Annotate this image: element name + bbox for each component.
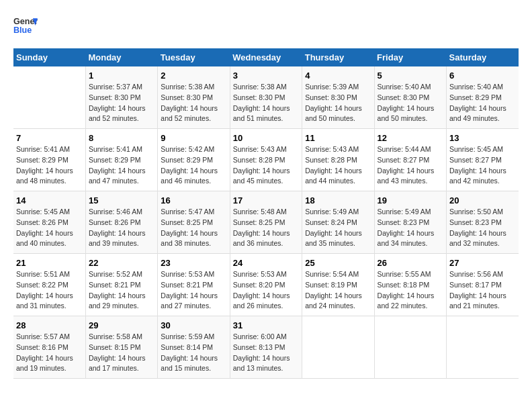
calendar-body: 1Sunrise: 5:37 AMSunset: 8:30 PMDaylight… xyxy=(13,66,519,379)
day-info: Sunrise: 5:58 AMSunset: 8:15 PMDaylight:… xyxy=(89,332,154,374)
day-info: Sunrise: 5:54 AMSunset: 8:19 PMDaylight:… xyxy=(305,269,371,312)
day-number: 6 xyxy=(449,71,516,81)
day-info: Sunrise: 5:55 AMSunset: 8:18 PMDaylight:… xyxy=(378,269,443,312)
calendar-cell: 30Sunrise: 5:59 AMSunset: 8:14 PMDayligh… xyxy=(158,316,230,379)
day-info: Sunrise: 5:39 AMSunset: 8:30 PMDaylight:… xyxy=(305,82,371,124)
day-number: 23 xyxy=(161,258,226,268)
day-number: 9 xyxy=(161,133,226,143)
svg-text:Blue: Blue xyxy=(13,26,32,35)
day-number: 25 xyxy=(305,258,371,268)
calendar-cell: 21Sunrise: 5:51 AMSunset: 8:22 PMDayligh… xyxy=(13,254,85,316)
calendar-cell: 7Sunrise: 5:41 AMSunset: 8:29 PMDaylight… xyxy=(13,129,85,191)
day-info: Sunrise: 6:00 AMSunset: 8:13 PMDaylight:… xyxy=(233,332,299,374)
day-info: Sunrise: 5:37 AMSunset: 8:30 PMDaylight:… xyxy=(89,82,154,124)
day-info: Sunrise: 5:49 AMSunset: 8:24 PMDaylight:… xyxy=(305,207,371,249)
calendar-cell xyxy=(302,316,374,379)
header-day: Wednesday xyxy=(230,48,302,66)
day-number: 14 xyxy=(16,195,83,205)
calendar-cell: 11Sunrise: 5:43 AMSunset: 8:28 PMDayligh… xyxy=(302,129,374,191)
calendar-cell: 9Sunrise: 5:42 AMSunset: 8:29 PMDaylight… xyxy=(158,129,230,191)
day-info: Sunrise: 5:42 AMSunset: 8:29 PMDaylight:… xyxy=(161,144,226,187)
header-day: Friday xyxy=(374,48,446,66)
calendar-cell xyxy=(374,316,446,379)
day-info: Sunrise: 5:43 AMSunset: 8:28 PMDaylight:… xyxy=(305,144,371,187)
day-number: 7 xyxy=(16,133,83,143)
day-number: 17 xyxy=(233,195,299,205)
calendar-cell: 4Sunrise: 5:39 AMSunset: 8:30 PMDaylight… xyxy=(302,66,374,129)
header-day: Saturday xyxy=(447,48,519,66)
calendar-cell: 26Sunrise: 5:55 AMSunset: 8:18 PMDayligh… xyxy=(374,254,446,316)
calendar-cell: 5Sunrise: 5:40 AMSunset: 8:30 PMDaylight… xyxy=(374,66,446,129)
day-info: Sunrise: 5:41 AMSunset: 8:29 PMDaylight:… xyxy=(89,144,154,187)
header-day: Monday xyxy=(85,48,157,66)
day-info: Sunrise: 5:40 AMSunset: 8:30 PMDaylight:… xyxy=(378,82,443,124)
day-info: Sunrise: 5:49 AMSunset: 8:23 PMDaylight:… xyxy=(378,207,443,249)
calendar-cell: 28Sunrise: 5:57 AMSunset: 8:16 PMDayligh… xyxy=(13,316,85,379)
day-info: Sunrise: 5:57 AMSunset: 8:16 PMDaylight:… xyxy=(16,332,83,374)
day-number: 19 xyxy=(378,195,443,205)
day-info: Sunrise: 5:50 AMSunset: 8:23 PMDaylight:… xyxy=(449,207,516,249)
day-number: 26 xyxy=(378,258,443,268)
day-info: Sunrise: 5:59 AMSunset: 8:14 PMDaylight:… xyxy=(161,332,226,374)
calendar-cell: 31Sunrise: 6:00 AMSunset: 8:13 PMDayligh… xyxy=(230,316,302,379)
calendar-cell: 25Sunrise: 5:54 AMSunset: 8:19 PMDayligh… xyxy=(302,254,374,316)
calendar-cell: 8Sunrise: 5:41 AMSunset: 8:29 PMDaylight… xyxy=(85,129,157,191)
day-info: Sunrise: 5:51 AMSunset: 8:22 PMDaylight:… xyxy=(16,269,83,312)
logo: General Blue xyxy=(13,13,38,38)
day-number: 4 xyxy=(305,71,371,81)
calendar-cell: 18Sunrise: 5:49 AMSunset: 8:24 PMDayligh… xyxy=(302,191,374,254)
day-number: 1 xyxy=(89,71,154,81)
day-number: 20 xyxy=(449,195,516,205)
day-number: 3 xyxy=(233,71,299,81)
calendar-cell: 6Sunrise: 5:40 AMSunset: 8:29 PMDaylight… xyxy=(447,66,519,129)
day-number: 21 xyxy=(16,258,83,268)
calendar-cell xyxy=(447,316,519,379)
header-day: Thursday xyxy=(302,48,374,66)
day-number: 8 xyxy=(89,133,154,143)
calendar-cell: 23Sunrise: 5:53 AMSunset: 8:21 PMDayligh… xyxy=(158,254,230,316)
calendar-week-row: 7Sunrise: 5:41 AMSunset: 8:29 PMDaylight… xyxy=(13,129,519,191)
calendar-cell: 2Sunrise: 5:38 AMSunset: 8:30 PMDaylight… xyxy=(158,66,230,129)
calendar-cell: 12Sunrise: 5:44 AMSunset: 8:27 PMDayligh… xyxy=(374,129,446,191)
day-number: 18 xyxy=(305,195,371,205)
calendar-week-row: 1Sunrise: 5:37 AMSunset: 8:30 PMDaylight… xyxy=(13,66,519,129)
day-number: 11 xyxy=(305,133,371,143)
calendar-cell: 15Sunrise: 5:46 AMSunset: 8:26 PMDayligh… xyxy=(85,191,157,254)
day-info: Sunrise: 5:46 AMSunset: 8:26 PMDaylight:… xyxy=(89,207,154,249)
calendar-cell: 20Sunrise: 5:50 AMSunset: 8:23 PMDayligh… xyxy=(447,191,519,254)
logo-icon: General Blue xyxy=(13,13,38,38)
day-info: Sunrise: 5:53 AMSunset: 8:21 PMDaylight:… xyxy=(161,269,226,312)
day-info: Sunrise: 5:44 AMSunset: 8:27 PMDaylight:… xyxy=(378,144,443,187)
day-number: 5 xyxy=(378,71,443,81)
day-info: Sunrise: 5:38 AMSunset: 8:30 PMDaylight:… xyxy=(233,82,299,124)
day-info: Sunrise: 5:41 AMSunset: 8:29 PMDaylight:… xyxy=(16,144,83,187)
header: General Blue xyxy=(13,13,519,38)
day-info: Sunrise: 5:43 AMSunset: 8:28 PMDaylight:… xyxy=(233,144,299,187)
header-row: SundayMondayTuesdayWednesdayThursdayFrid… xyxy=(13,48,519,66)
calendar-cell xyxy=(13,66,85,129)
day-number: 12 xyxy=(378,133,443,143)
calendar-week-row: 14Sunrise: 5:45 AMSunset: 8:26 PMDayligh… xyxy=(13,191,519,254)
day-info: Sunrise: 5:52 AMSunset: 8:21 PMDaylight:… xyxy=(89,269,154,312)
calendar-table: SundayMondayTuesdayWednesdayThursdayFrid… xyxy=(13,48,519,379)
day-number: 10 xyxy=(233,133,299,143)
calendar-cell: 17Sunrise: 5:48 AMSunset: 8:25 PMDayligh… xyxy=(230,191,302,254)
header-day: Sunday xyxy=(13,48,85,66)
day-number: 2 xyxy=(161,71,226,81)
day-number: 16 xyxy=(161,195,226,205)
day-info: Sunrise: 5:56 AMSunset: 8:17 PMDaylight:… xyxy=(449,269,516,312)
day-number: 29 xyxy=(89,320,154,330)
day-info: Sunrise: 5:47 AMSunset: 8:25 PMDaylight:… xyxy=(161,207,226,249)
calendar-cell: 10Sunrise: 5:43 AMSunset: 8:28 PMDayligh… xyxy=(230,129,302,191)
calendar-week-row: 21Sunrise: 5:51 AMSunset: 8:22 PMDayligh… xyxy=(13,254,519,316)
day-number: 28 xyxy=(16,320,83,330)
calendar-cell: 14Sunrise: 5:45 AMSunset: 8:26 PMDayligh… xyxy=(13,191,85,254)
day-info: Sunrise: 5:45 AMSunset: 8:27 PMDaylight:… xyxy=(449,144,516,187)
day-info: Sunrise: 5:48 AMSunset: 8:25 PMDaylight:… xyxy=(233,207,299,249)
calendar-week-row: 28Sunrise: 5:57 AMSunset: 8:16 PMDayligh… xyxy=(13,316,519,379)
day-number: 30 xyxy=(161,320,226,330)
day-number: 27 xyxy=(449,258,516,268)
calendar-header: SundayMondayTuesdayWednesdayThursdayFrid… xyxy=(13,48,519,66)
day-number: 24 xyxy=(233,258,299,268)
day-number: 13 xyxy=(449,133,516,143)
